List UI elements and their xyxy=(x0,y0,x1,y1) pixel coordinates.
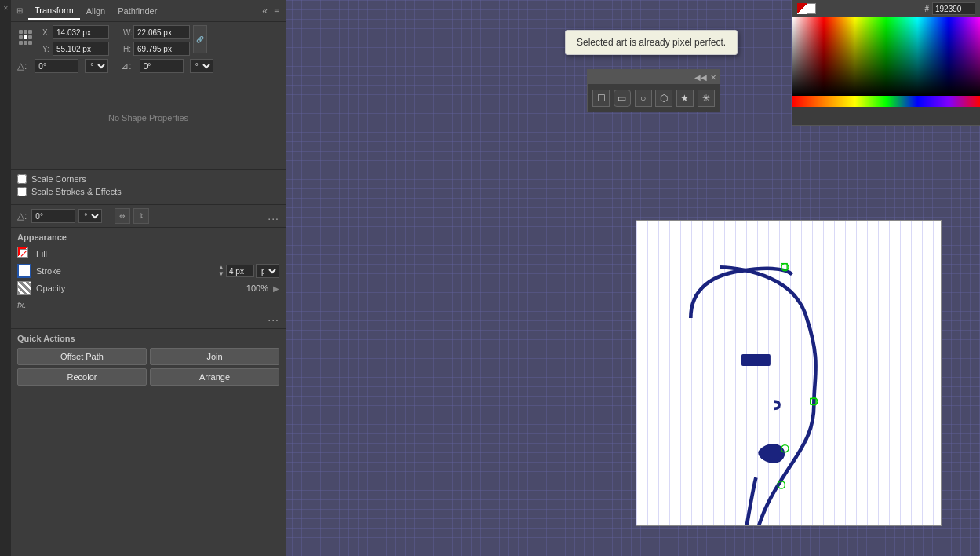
arrange-button[interactable]: Arrange xyxy=(150,368,279,386)
color-spectrum xyxy=(792,17,980,96)
scale-corners-label: Scale Corners xyxy=(31,174,86,184)
color-hue-slider[interactable] xyxy=(792,96,980,107)
ellipse-tool-button[interactable]: ○ xyxy=(635,90,652,107)
polygon-tool-button[interactable]: ⬡ xyxy=(655,90,672,107)
color-swatch-display[interactable] xyxy=(797,3,816,14)
tab-transform[interactable]: Transform xyxy=(28,2,80,20)
scale-strokes-row: Scale Strokes & Effects xyxy=(17,187,279,196)
color-panel-header: # xyxy=(792,0,980,17)
w-label: W: xyxy=(123,28,131,37)
chin-path xyxy=(745,477,756,526)
h-input[interactable] xyxy=(133,42,190,56)
shape-tools-panel: ◀◀ ✕ ☐ ▭ ○ ⬡ ★ ✳ xyxy=(587,69,720,112)
stroke-unit-dropdown[interactable]: px xyxy=(256,264,279,278)
y-input[interactable] xyxy=(53,42,109,56)
transform-panel: ⊞ Transform Align Pathfinder « ≡ X: W: xyxy=(11,0,286,556)
x-label: X: xyxy=(42,28,50,37)
scale-section: Scale Corners Scale Strokes & Effects xyxy=(11,169,286,204)
left-toolbar: ✕ xyxy=(0,0,11,556)
transform-angle-input[interactable] xyxy=(31,209,75,223)
appearance-title: Appearance xyxy=(17,232,279,242)
rotate-label: △: xyxy=(17,60,27,71)
stroke-size-input[interactable] xyxy=(226,265,254,277)
section-more-button[interactable]: ... xyxy=(268,311,279,324)
eye-shape xyxy=(741,354,771,366)
tab-align[interactable]: Align xyxy=(80,3,111,19)
shape-tools-row: ☐ ▭ ○ ⬡ ★ ✳ xyxy=(588,84,720,112)
rounded-rect-tool-button[interactable]: ▭ xyxy=(614,90,631,107)
tab-bar: ⊞ Transform Align Pathfinder « ≡ xyxy=(11,0,286,22)
shape-panel-collapse-button[interactable]: ◀◀ xyxy=(694,73,707,82)
nose-path xyxy=(774,401,779,408)
opacity-expand-button[interactable]: ▶ xyxy=(273,284,279,293)
flip-horizontal-button[interactable]: ⇔ xyxy=(115,208,130,224)
color-hex-input[interactable] xyxy=(932,2,975,15)
tab-panel-icon: ⊞ xyxy=(14,5,25,16)
notification-text: Selected art is already pixel perfect. xyxy=(577,37,726,48)
w-input[interactable] xyxy=(133,25,190,39)
rotate-input[interactable] xyxy=(35,59,78,73)
canvas-drawing-area[interactable] xyxy=(636,220,942,526)
canvas-grid xyxy=(636,221,941,525)
fill-label: Fill xyxy=(36,249,47,258)
y-label: Y: xyxy=(42,45,50,53)
x-input[interactable] xyxy=(53,25,109,39)
fx-row: fx. xyxy=(17,298,279,311)
constrain-proportions-button[interactable]: 🔗 xyxy=(193,25,207,53)
appearance-more-button[interactable]: ... xyxy=(268,210,279,222)
star-tool-button[interactable]: ★ xyxy=(676,90,694,107)
shear-label: ⊿: xyxy=(121,60,131,71)
notification-tooltip: Selected art is already pixel perfect. xyxy=(565,30,738,55)
recolor-button[interactable]: Recolor xyxy=(17,368,147,386)
rectangle-tool-button[interactable]: ☐ xyxy=(592,90,610,107)
quick-actions-title: Quick Actions xyxy=(17,334,279,343)
color-gradient-picker[interactable] xyxy=(792,17,980,96)
opacity-swatch-icon[interactable] xyxy=(17,281,31,295)
stroke-row: Stroke ▲▼ px xyxy=(17,264,279,278)
mouth-path xyxy=(760,445,783,462)
no-fill-line xyxy=(21,251,27,256)
face-outline-path xyxy=(720,267,815,526)
shape-panel-close-button[interactable]: ✕ xyxy=(710,73,716,82)
collapse-panel-button[interactable]: « xyxy=(259,4,271,18)
swatch-white-portion xyxy=(807,3,816,14)
opacity-row: Opacity 100% ▶ xyxy=(17,281,279,295)
face-artwork xyxy=(636,260,941,526)
shape-tools-title-bar: ◀◀ ✕ xyxy=(588,70,720,84)
opacity-value: 100% xyxy=(246,283,268,293)
scale-strokes-label: Scale Strokes & Effects xyxy=(31,187,122,196)
stroke-size-spinner[interactable]: ▲▼ xyxy=(218,265,224,277)
fill-none-indicator xyxy=(20,249,28,258)
close-icon[interactable]: ✕ xyxy=(1,3,10,13)
panel-menu-button[interactable]: ≡ xyxy=(271,4,282,18)
scale-strokes-checkbox[interactable] xyxy=(17,187,27,196)
shear-dropdown[interactable]: ° xyxy=(190,59,213,73)
transform-tools-row: △: ° ⇔ ⇕ ... xyxy=(11,204,286,227)
stroke-label: Stroke xyxy=(36,266,61,276)
swatch-red-portion xyxy=(797,3,807,14)
coordinates-section: X: W: Y: H: 🔗 xyxy=(11,22,286,57)
offset-path-button[interactable]: Offset Path xyxy=(17,348,147,365)
join-button[interactable]: Join xyxy=(150,348,279,365)
transform-angle-dropdown[interactable]: ° xyxy=(78,209,102,223)
scale-corners-checkbox[interactable] xyxy=(17,174,27,184)
color-picker-panel: # xyxy=(792,0,980,126)
flip-vertical-button[interactable]: ⇕ xyxy=(133,208,149,224)
tab-pathfinder[interactable]: Pathfinder xyxy=(111,3,163,19)
reference-point-grid[interactable] xyxy=(17,28,36,47)
shear-input[interactable] xyxy=(140,59,184,73)
rotate-dropdown[interactable]: ° xyxy=(85,59,108,73)
opacity-label: Opacity xyxy=(36,283,65,293)
fill-row: Fill xyxy=(17,247,279,261)
fill-swatch-icon[interactable] xyxy=(17,247,31,261)
color-hash-label: # xyxy=(924,5,929,13)
quick-actions-section: Quick Actions Offset Path Join Recolor A… xyxy=(11,328,286,390)
h-label: H: xyxy=(123,45,131,53)
scale-corners-row: Scale Corners xyxy=(17,174,279,184)
no-shape-properties-text: No Shape Properties xyxy=(17,82,279,123)
angle-section: △: ° ⊿: ° xyxy=(11,57,286,75)
stroke-swatch-icon[interactable] xyxy=(17,264,31,278)
quick-actions-grid: Offset Path Join Recolor Arrange xyxy=(17,348,279,386)
appearance-section: Appearance Fill Stroke ▲▼ px xyxy=(11,227,286,328)
flare-tool-button[interactable]: ✳ xyxy=(698,90,715,107)
